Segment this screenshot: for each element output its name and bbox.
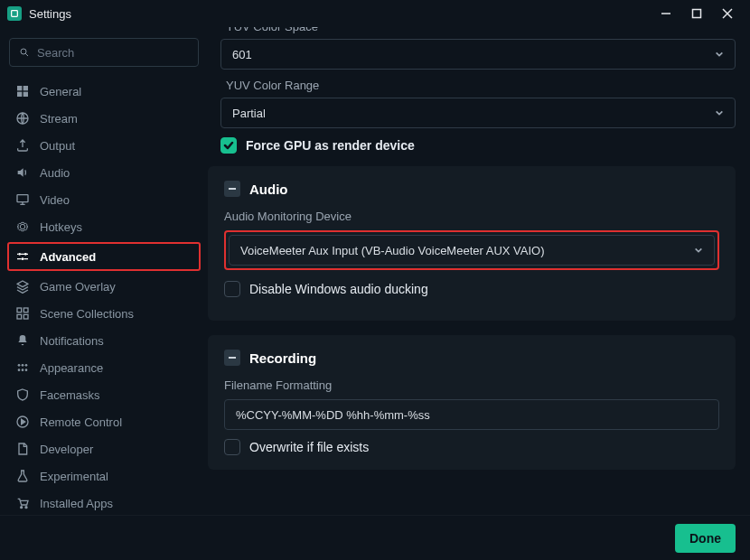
svg-rect-2 xyxy=(693,10,701,18)
minimize-button[interactable] xyxy=(651,0,681,27)
window-title: Settings xyxy=(29,7,71,21)
sidebar-item-label: Game Overlay xyxy=(40,280,116,294)
sidebar-item-facemasks[interactable]: Facemasks xyxy=(9,381,199,408)
sidebar-item-label: General xyxy=(40,85,81,98)
sidebar-item-general[interactable]: General xyxy=(9,78,199,105)
chevron-down-icon xyxy=(694,244,703,257)
sidebar-item-label: Appearance xyxy=(40,361,103,375)
sidebar-item-label: Audio xyxy=(40,166,70,180)
disable-ducking-checkbox[interactable] xyxy=(224,281,240,297)
sidebar-item-scene-collections[interactable]: Scene Collections xyxy=(9,300,199,327)
svg-point-23 xyxy=(18,369,21,371)
yuv-space-select[interactable]: 601 xyxy=(220,39,736,70)
svg-rect-16 xyxy=(17,308,22,313)
svg-rect-19 xyxy=(23,314,28,319)
sidebar-item-output[interactable]: Output xyxy=(9,132,199,159)
sidebar-item-hotkeys[interactable]: Hotkeys xyxy=(9,213,199,240)
svg-point-21 xyxy=(22,364,24,367)
disable-ducking-row: Disable Windows audio ducking xyxy=(224,281,719,297)
select-value: VoiceMeeter Aux Input (VB-Audio VoiceMee… xyxy=(240,244,694,257)
svg-rect-8 xyxy=(23,86,28,90)
sidebar-item-label: Stream xyxy=(40,112,78,126)
disable-ducking-label: Disable Windows audio ducking xyxy=(249,282,428,296)
svg-rect-7 xyxy=(17,86,22,90)
svg-rect-18 xyxy=(17,314,22,319)
sidebar-item-label: Remote Control xyxy=(40,415,122,429)
svg-rect-12 xyxy=(17,195,28,202)
sidebar-item-installed-apps[interactable]: Installed Apps xyxy=(9,490,199,515)
yuv-range-label: YUV Color Range xyxy=(226,79,736,92)
collapse-button[interactable] xyxy=(224,181,240,197)
overwrite-row: Overwrite if file exists xyxy=(224,439,719,455)
gear-icon xyxy=(14,219,31,235)
sidebar-item-stream[interactable]: Stream xyxy=(9,105,199,132)
flask-icon xyxy=(14,468,31,484)
svg-point-24 xyxy=(22,369,24,371)
sidebar-item-audio[interactable]: Audio xyxy=(9,159,199,186)
force-gpu-row: Force GPU as render device xyxy=(220,137,736,154)
search-box[interactable] xyxy=(9,38,199,67)
sidebar-item-game-overlay[interactable]: Game Overlay xyxy=(9,273,199,300)
sidebar-item-label: Notifications xyxy=(40,334,104,348)
sidebar-item-advanced-highlight: Advanced xyxy=(7,242,201,271)
app-icon xyxy=(7,6,22,21)
svg-point-25 xyxy=(25,369,28,371)
overwrite-checkbox[interactable] xyxy=(224,439,240,455)
maximize-button[interactable] xyxy=(681,0,712,27)
footer: Done xyxy=(0,515,750,560)
sidebar-item-video[interactable]: Video xyxy=(9,186,199,213)
sidebar-item-label: Advanced xyxy=(40,250,96,264)
filename-label: Filename Formatting xyxy=(224,378,719,392)
sidebar-item-label: Installed Apps xyxy=(40,497,113,510)
filename-input[interactable] xyxy=(224,399,719,430)
svg-point-22 xyxy=(25,364,28,367)
svg-point-5 xyxy=(21,49,26,54)
recording-section-title: Recording xyxy=(249,350,316,366)
svg-point-27 xyxy=(21,507,23,509)
sidebar: General Stream Output Audio Video Hotkey… xyxy=(0,27,208,515)
overwrite-label: Overwrite if file exists xyxy=(249,440,369,454)
sidebar-item-experimental[interactable]: Experimental xyxy=(9,462,199,490)
shield-icon xyxy=(14,387,31,403)
done-button[interactable]: Done xyxy=(675,524,736,553)
svg-point-13 xyxy=(18,253,21,256)
bell-icon xyxy=(14,332,31,349)
document-icon xyxy=(14,441,31,457)
speaker-icon xyxy=(14,164,31,181)
grid-icon xyxy=(14,83,31,99)
svg-rect-17 xyxy=(23,308,28,313)
audio-monitor-select[interactable]: VoiceMeeter Aux Input (VB-Audio VoiceMee… xyxy=(229,235,715,266)
audio-section-title: Audio xyxy=(249,182,288,197)
sidebar-item-label: Experimental xyxy=(40,470,108,483)
sidebar-item-remote-control[interactable]: Remote Control xyxy=(9,408,199,435)
sidebar-item-label: Scene Collections xyxy=(40,307,134,321)
chevron-down-icon xyxy=(715,48,724,61)
titlebar: Settings xyxy=(0,0,750,27)
yuv-range-select[interactable]: Partial xyxy=(220,98,736,128)
chevron-down-icon xyxy=(715,107,724,120)
globe-icon xyxy=(14,110,31,126)
export-icon xyxy=(14,137,31,154)
audio-monitor-label: Audio Monitoring Device xyxy=(224,210,719,223)
sidebar-item-notifications[interactable]: Notifications xyxy=(9,327,199,354)
content-panel: YUV Color Space 601 YUV Color Range Part… xyxy=(208,27,750,515)
sidebar-item-label: Output xyxy=(40,139,75,153)
force-gpu-checkbox[interactable] xyxy=(220,137,237,154)
sidebar-item-developer[interactable]: Developer xyxy=(9,435,199,462)
sidebar-item-advanced[interactable]: Advanced xyxy=(9,244,199,269)
collapse-button[interactable] xyxy=(224,350,240,366)
sidebar-item-label: Facemasks xyxy=(40,388,99,402)
audio-monitor-highlight: VoiceMeeter Aux Input (VB-Audio VoiceMee… xyxy=(224,230,719,270)
close-button[interactable] xyxy=(712,0,743,27)
recording-section: Recording Filename Formatting Overwrite … xyxy=(208,335,736,470)
search-input[interactable] xyxy=(37,46,189,60)
svg-rect-10 xyxy=(23,92,28,97)
dots-icon xyxy=(14,359,31,376)
sidebar-item-appearance[interactable]: Appearance xyxy=(9,354,199,381)
svg-point-20 xyxy=(18,364,21,367)
sidebar-item-label: Video xyxy=(40,193,70,207)
svg-rect-0 xyxy=(12,11,18,17)
svg-point-28 xyxy=(25,507,27,509)
select-value: 601 xyxy=(232,48,715,61)
sliders-icon xyxy=(14,248,31,265)
